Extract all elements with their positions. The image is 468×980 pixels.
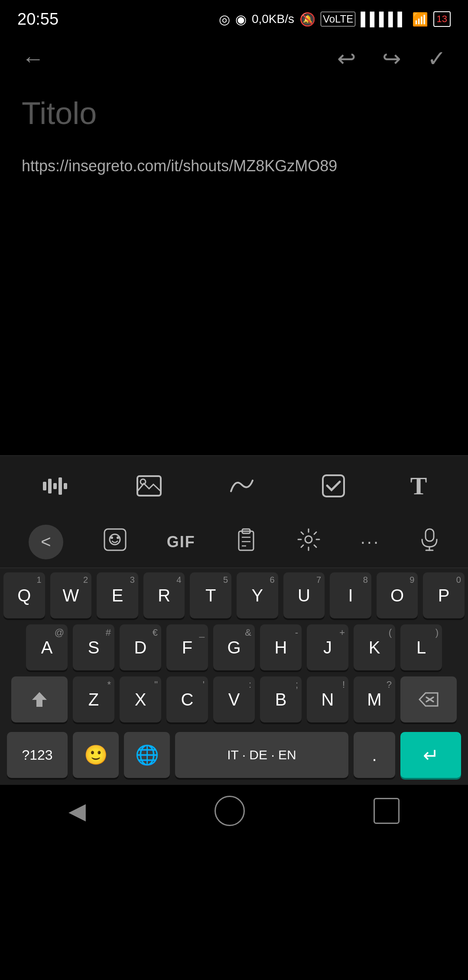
editor-url[interactable]: https://insegreto.com/it/shouts/MZ8KGzMO… [22, 157, 446, 175]
key-f[interactable]: _F [166, 624, 208, 670]
handwriting-icon[interactable] [227, 474, 257, 498]
svg-rect-12 [239, 531, 254, 550]
key-z[interactable]: *Z [73, 676, 114, 722]
image-icon[interactable] [136, 474, 162, 498]
svg-point-9 [110, 534, 120, 545]
confirm-button[interactable]: ✓ [427, 46, 446, 72]
toolbar-right: ↩ ↪ ✓ [337, 46, 446, 72]
space-key[interactable]: IT · DE · EN [175, 732, 348, 778]
back-button[interactable]: ← [22, 46, 44, 72]
key-l[interactable]: )L [400, 624, 442, 670]
key-d[interactable]: €D [120, 624, 161, 670]
whatsapp-icon: ◎ [219, 12, 230, 27]
svg-point-10 [110, 536, 113, 539]
status-bar: 20:55 ◎ ◉ 0,0KB/s 🔕 VoLTE ▌▌▌▌▌ 📶 13 [0, 0, 468, 35]
keyboard-back-button[interactable]: < [29, 525, 63, 559]
editor-toolbar: ← ↩ ↪ ✓ [0, 35, 468, 82]
waveform-icon[interactable] [41, 475, 72, 497]
settings-icon[interactable] [297, 528, 321, 556]
key-row-3: *Z "X 'C :V ;B !N ?M [3, 676, 465, 722]
svg-marker-21 [32, 692, 47, 707]
undo-button[interactable]: ↩ [337, 46, 356, 72]
title-placeholder[interactable]: Titolo [22, 95, 446, 131]
key-e[interactable]: 3E [97, 572, 138, 618]
key-x[interactable]: "X [120, 676, 161, 722]
text-format-icon[interactable]: T [410, 471, 427, 500]
nav-recents-button[interactable] [374, 798, 400, 824]
key-o[interactable]: 9O [377, 572, 418, 618]
key-q[interactable]: 1Q [3, 572, 45, 618]
keyboard-toolbar-1: T [0, 455, 468, 516]
volte-icon: VoLTE [321, 12, 355, 26]
battery-percent: 13 [437, 13, 447, 24]
redo-button[interactable]: ↪ [382, 46, 401, 72]
key-g[interactable]: &G [213, 624, 255, 670]
shift-key[interactable] [11, 676, 68, 722]
key-i[interactable]: 8I [330, 572, 371, 618]
checkbox-icon[interactable] [322, 474, 345, 498]
svg-rect-2 [53, 483, 57, 489]
backspace-key[interactable] [400, 676, 457, 722]
svg-rect-5 [137, 476, 161, 496]
toolbar-left: ← [22, 46, 44, 72]
svg-point-17 [305, 536, 312, 543]
key-r[interactable]: 4R [143, 572, 185, 618]
key-t[interactable]: 5T [190, 572, 231, 618]
emoji-key[interactable]: 🙂 [73, 732, 119, 778]
svg-rect-0 [43, 482, 46, 490]
keyboard: 1Q 2W 3E 4R 5T 6Y 7U 8I 9O 0P @A #S €D _… [0, 568, 468, 785]
silent-icon: 🔕 [299, 12, 315, 27]
key-b[interactable]: ;B [260, 676, 302, 722]
key-a[interactable]: @A [26, 624, 68, 670]
svg-rect-3 [58, 477, 62, 495]
key-row-1: 1Q 2W 3E 4R 5T 6Y 7U 8I 9O 0P [3, 572, 465, 618]
key-y[interactable]: 6Y [237, 572, 278, 618]
nav-back-button[interactable]: ◀ [68, 798, 86, 824]
more-icon[interactable]: ··· [361, 532, 380, 552]
svg-rect-18 [426, 529, 434, 541]
key-n[interactable]: !N [307, 676, 348, 722]
svg-point-11 [117, 536, 119, 539]
sticker-icon[interactable] [103, 528, 127, 556]
key-v[interactable]: :V [213, 676, 255, 722]
enter-key[interactable]: ↵ [400, 732, 461, 778]
nav-bar: ◀ [0, 785, 468, 837]
status-time: 20:55 [17, 10, 58, 29]
key-c[interactable]: 'C [166, 676, 208, 722]
svg-rect-8 [104, 529, 126, 550]
network-speed: 0,0KB/s [252, 12, 294, 26]
status-icons: ◎ ◉ 0,0KB/s 🔕 VoLTE ▌▌▌▌▌ 📶 13 [219, 11, 451, 27]
key-k[interactable]: (K [354, 624, 395, 670]
num-key[interactable]: ?123 [7, 732, 68, 778]
svg-rect-4 [64, 483, 67, 489]
key-j[interactable]: +J [307, 624, 348, 670]
clipboard-icon[interactable] [235, 528, 257, 556]
key-p[interactable]: 0P [423, 572, 465, 618]
key-s[interactable]: #S [73, 624, 114, 670]
svg-rect-1 [48, 479, 52, 493]
wifi-icon: 📶 [412, 12, 428, 27]
signal-icon: ▌▌▌▌▌ [361, 12, 406, 26]
battery-icon: 13 [433, 11, 451, 27]
key-w[interactable]: 2W [50, 572, 92, 618]
search-icon: ◉ [235, 12, 247, 27]
svg-rect-7 [323, 475, 344, 497]
key-u[interactable]: 7U [283, 572, 325, 618]
key-h[interactable]: -H [260, 624, 302, 670]
editor-area[interactable]: Titolo https://insegreto.com/it/shouts/M… [0, 82, 468, 455]
key-m[interactable]: ?M [354, 676, 395, 722]
nav-home-button[interactable] [214, 796, 245, 826]
microphone-icon[interactable] [420, 528, 439, 556]
gif-button[interactable]: GIF [167, 533, 195, 551]
keyboard-toolbar-2: < GIF ··· [0, 516, 468, 568]
dot-key[interactable]: . [354, 732, 395, 778]
bottom-row: ?123 🙂 🌐 IT · DE · EN . ↵ [3, 728, 465, 785]
key-row-2: @A #S €D _F &G -H +J (K )L [3, 624, 465, 670]
globe-key[interactable]: 🌐 [124, 732, 170, 778]
